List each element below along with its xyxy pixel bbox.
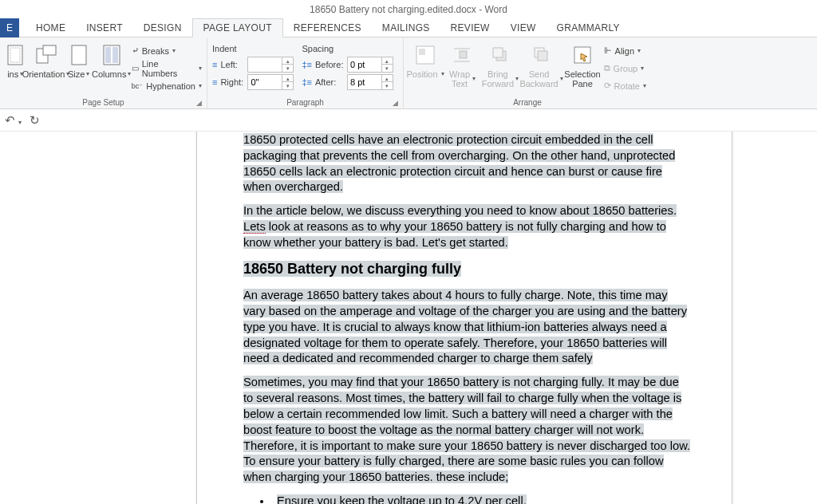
- breaks-label: Breaks: [142, 46, 169, 56]
- tab-design[interactable]: DESIGN: [133, 18, 192, 37]
- chevron-down-icon: ▾: [199, 65, 202, 72]
- tab-mailings[interactable]: MAILINGS: [372, 18, 440, 37]
- quick-access-toolbar: ↶ ▾ ↻: [0, 109, 817, 132]
- group-label-arrange: Arrange: [404, 98, 651, 108]
- svg-rect-6: [105, 47, 111, 63]
- chevron-down-icon: ▾: [199, 82, 202, 89]
- group-arrange: Position▾ Wrap Text ▾ Bring Forward ▾ Se…: [404, 37, 651, 109]
- breaks-button[interactable]: ⤶Breaks ▾: [132, 42, 202, 59]
- group-page-setup: ins▾ Orientation▾ Size▾ Columns▾ ⤶Breaks…: [0, 37, 207, 109]
- group-label-page-setup: Page Setup: [0, 98, 207, 108]
- indent-header: Indent: [212, 44, 237, 53]
- heading-2[interactable]: 18650 Battery not charging fully: [243, 261, 461, 277]
- svg-rect-7: [112, 47, 118, 63]
- chevron-down-icon: ▾: [172, 47, 176, 54]
- page: are two types of the 1850 cells, namely:…: [196, 132, 732, 504]
- spacing-before-label: Before:: [315, 60, 344, 69]
- spacing-after-label: After:: [315, 77, 344, 87]
- svg-rect-14: [493, 48, 503, 57]
- line-numbers-label: Line Numbers: [142, 59, 195, 78]
- title-bar: 18650 Battery not charging.edited.docx -…: [0, 0, 817, 18]
- document-body[interactable]: are two types of the 1850 cells, namely:…: [243, 132, 692, 504]
- chevron-down-icon: ▾: [86, 71, 89, 78]
- spacing-before-input[interactable]: ▴▾: [347, 57, 393, 73]
- spacing-before-icon: ‡≡: [302, 60, 312, 69]
- indent-left-label: Left:: [220, 60, 244, 69]
- line-numbers-button[interactable]: ▭Line Numbers ▾: [132, 60, 202, 77]
- indent-left-icon: ≡: [212, 60, 217, 69]
- margins-label: ins: [7, 69, 18, 79]
- paragraph-1[interactable]: are two types of the 1850 cells, namely:…: [243, 132, 675, 193]
- chevron-down-icon: ▾: [441, 71, 444, 78]
- columns-label: Columns: [92, 69, 126, 79]
- group-btn[interactable]: ⧉ Group ▾: [604, 60, 646, 77]
- spacing-after-input[interactable]: ▴▾: [347, 74, 393, 90]
- tab-insert[interactable]: INSERT: [76, 18, 133, 37]
- chevron-down-icon: ▾: [472, 76, 476, 83]
- rotate-label: Rotate: [614, 81, 640, 91]
- position-label: Position: [406, 69, 437, 79]
- undo-button[interactable]: ↶ ▾: [5, 113, 22, 128]
- hyphenation-icon: bc⁻: [132, 82, 144, 90]
- spacing-header: Spacing: [302, 44, 334, 53]
- chevron-down-icon: ▾: [637, 47, 641, 54]
- columns-icon: [99, 42, 124, 68]
- svg-rect-9: [419, 49, 425, 55]
- dialog-launcher-paragraph[interactable]: ◢: [393, 99, 401, 107]
- size-label: Size: [68, 69, 85, 79]
- indent-right-label: Right:: [220, 77, 244, 87]
- tab-references[interactable]: REFERENCES: [283, 18, 372, 37]
- send-backward-icon: [529, 42, 555, 68]
- indent-right-row: ≡ Right: ▴▾: [212, 73, 294, 90]
- chevron-down-icon: ▾: [643, 82, 646, 89]
- list-item[interactable]: Ensure you keep the voltage up to 4.2V p…: [277, 494, 527, 504]
- size-icon: [66, 42, 92, 68]
- wrap-text-label: Wrap Text: [448, 69, 471, 89]
- margins-icon: [2, 42, 28, 68]
- paragraph-2b[interactable]: look at reasons as to why your 18650 bat…: [243, 220, 666, 249]
- paragraph-3[interactable]: An average 18650 battery takes about 4 h…: [243, 289, 687, 364]
- spacing-after-icon: ‡≡: [302, 77, 312, 87]
- svg-rect-4: [72, 45, 86, 65]
- svg-rect-16: [538, 51, 547, 61]
- paragraph-2a[interactable]: In the article below, we discuss everyth…: [243, 204, 677, 217]
- wrap-text-icon: [449, 42, 475, 68]
- breaks-icon: ⤶: [132, 45, 139, 56]
- tab-review[interactable]: REVIEW: [440, 18, 500, 37]
- spelling-error[interactable]: Lets: [243, 220, 266, 234]
- rotate-button[interactable]: ⟳ Rotate ▾: [604, 77, 646, 94]
- hyphenation-label: Hyphenation: [146, 81, 195, 91]
- selection-pane-icon: [570, 42, 595, 68]
- svg-rect-10: [460, 51, 467, 58]
- bring-forward-label: Bring Forward: [482, 69, 514, 89]
- file-tab[interactable]: E: [0, 18, 19, 37]
- rotate-icon: ⟳: [604, 81, 611, 91]
- paragraph-4[interactable]: Sometimes, you may find that your 18650 …: [243, 376, 690, 483]
- tab-page-layout[interactable]: PAGE LAYOUT: [192, 18, 283, 37]
- align-label: Align: [615, 46, 634, 56]
- tab-view[interactable]: VIEW: [500, 18, 547, 37]
- bring-forward-icon: [487, 42, 513, 68]
- align-button[interactable]: ⊩ Align ▾: [604, 42, 646, 59]
- position-icon: [412, 42, 438, 68]
- indent-right-icon: ≡: [212, 77, 217, 87]
- group-paragraph: Indent ≡ Left: ▴▾ ≡ Right: ▴▾ Spacing ‡≡…: [207, 37, 404, 109]
- chevron-down-icon: ▾: [560, 76, 563, 83]
- redo-button[interactable]: ↻: [30, 113, 40, 128]
- spacing-before-row: ‡≡ Before: ▴▾: [302, 56, 393, 73]
- svg-rect-3: [43, 45, 56, 55]
- tab-home[interactable]: HOME: [26, 18, 76, 37]
- group-obj-icon: ⧉: [604, 63, 610, 73]
- indent-left-input[interactable]: ▴▾: [247, 57, 294, 73]
- hyphenation-button[interactable]: bc⁻Hyphenation ▾: [132, 77, 202, 94]
- indent-right-input[interactable]: ▴▾: [247, 74, 294, 90]
- align-icon: ⊩: [604, 45, 612, 56]
- tab-grammarly[interactable]: GRAMMARLY: [547, 18, 630, 37]
- document-area[interactable]: are two types of the 1850 cells, namely:…: [0, 132, 817, 504]
- menu-bar: E HOME INSERT DESIGN PAGE LAYOUT REFEREN…: [0, 18, 817, 37]
- selection-pane-label: Selection Pane: [564, 69, 600, 89]
- dialog-launcher-page-setup[interactable]: ◢: [196, 99, 204, 107]
- spacing-after-row: ‡≡ After: ▴▾: [302, 73, 393, 90]
- line-numbers-icon: ▭: [132, 64, 139, 73]
- send-backward-label: Send Backward: [519, 69, 558, 89]
